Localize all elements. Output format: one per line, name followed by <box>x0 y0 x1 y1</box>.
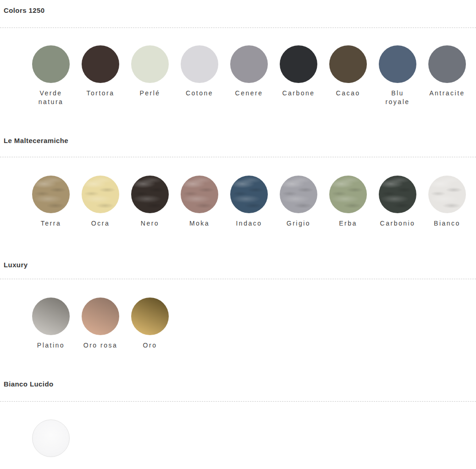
swatch-cell: Nero <box>125 176 175 228</box>
swatch-cell: Cenere <box>224 45 274 106</box>
color-swatch-verde-natura[interactable] <box>32 45 70 83</box>
swatch-cell: Bianco <box>422 176 472 228</box>
swatch-cell: Oro <box>125 298 175 350</box>
color-swatch-cacao[interactable] <box>329 45 367 83</box>
swatch-cell: Verde natura <box>26 45 76 106</box>
swatch-label: Indaco <box>236 219 262 228</box>
color-swatch-cotone[interactable] <box>181 45 218 83</box>
swatch-row: TerraOcraNeroMokaIndacoGrigioErbaCarboni… <box>0 176 476 228</box>
swatch-label: Nero <box>141 219 159 228</box>
color-swatch-perlé[interactable] <box>131 45 169 83</box>
color-swatch-oro-rosa[interactable] <box>82 298 119 335</box>
section-divider <box>0 28 476 28</box>
section-divider <box>0 279 476 279</box>
color-swatch-grigio[interactable] <box>280 176 317 213</box>
swatch-cell: Moka <box>175 176 224 228</box>
swatch-row: PlatinoOro rosaOro <box>0 298 476 350</box>
color-swatch-tortora[interactable] <box>82 45 119 83</box>
swatch-cell: Blu royale <box>373 45 422 106</box>
color-swatch-erba[interactable] <box>329 176 367 213</box>
swatch-row: Verde naturaTortoraPerléCotoneCenereCarb… <box>0 45 476 106</box>
swatch-cell: Oro rosa <box>76 298 125 350</box>
swatch-cell: Perlé <box>125 45 175 106</box>
swatch-cell: Cotone <box>175 45 224 106</box>
section-divider <box>0 401 476 402</box>
color-swatch-blu-royale[interactable] <box>379 45 416 83</box>
color-palette-page: Colors 1250 Verde naturaTortoraPerléCoto… <box>0 6 476 457</box>
swatch-cell: Grigio <box>274 176 323 228</box>
color-swatch-nero[interactable] <box>131 176 169 213</box>
swatch-cell: Platino <box>26 298 76 350</box>
swatch-cell: Antracite <box>422 45 472 106</box>
swatch-cell: Erba <box>323 176 373 228</box>
swatch-cell: Ocra <box>76 176 125 228</box>
section-title: Colors 1250 <box>4 6 476 15</box>
swatch-cell <box>26 419 76 457</box>
color-swatch-cenere[interactable] <box>230 45 268 83</box>
swatch-cell: Carbone <box>274 45 323 106</box>
swatch-label: Terra <box>41 219 61 228</box>
swatch-label: Cacao <box>336 89 360 98</box>
section-title: Luxury <box>4 261 476 269</box>
swatch-cell: Tortora <box>76 45 125 106</box>
swatch-label: Blu royale <box>385 89 410 106</box>
color-swatch-oro[interactable] <box>131 298 169 335</box>
color-swatch-bianco-lucido[interactable] <box>32 419 70 457</box>
swatch-label: Tortora <box>86 89 114 98</box>
swatch-label: Platino <box>37 341 65 350</box>
color-swatch-ocra[interactable] <box>82 176 119 213</box>
color-swatch-platino[interactable] <box>32 298 70 335</box>
swatch-label: Moka <box>189 219 210 228</box>
swatch-cell: Terra <box>26 176 76 228</box>
swatch-label: Cotone <box>186 89 213 98</box>
color-swatch-carbone[interactable] <box>280 45 317 83</box>
color-swatch-bianco[interactable] <box>428 176 466 213</box>
swatch-cell: Carbonio <box>373 176 422 228</box>
section-colors-1250: Colors 1250 Verde naturaTortoraPerléCoto… <box>0 6 476 106</box>
swatch-label: Oro rosa <box>83 341 117 350</box>
section-divider <box>0 157 476 157</box>
swatch-label: Carbonio <box>380 219 415 228</box>
color-swatch-antracite[interactable] <box>428 45 466 83</box>
color-swatch-carbonio[interactable] <box>379 176 416 213</box>
swatch-label: Erba <box>339 219 357 228</box>
section-bianco-lucido: Bianco Lucido <box>0 380 476 457</box>
swatch-label: Grigio <box>287 219 310 228</box>
section-title: Bianco Lucido <box>4 380 476 388</box>
swatch-label: Ocra <box>91 219 110 228</box>
section-luxury: Luxury PlatinoOro rosaOro <box>0 261 476 350</box>
swatch-cell: Cacao <box>323 45 373 106</box>
swatch-label: Cenere <box>235 89 263 98</box>
swatch-label: Oro <box>143 341 157 350</box>
section-title: Le Malteceramiche <box>4 137 476 145</box>
swatch-cell: Indaco <box>224 176 274 228</box>
color-swatch-terra[interactable] <box>32 176 70 213</box>
swatch-label: Bianco <box>434 219 460 228</box>
swatch-label: Verde natura <box>39 89 64 106</box>
swatch-label: Perlé <box>139 89 160 98</box>
color-swatch-moka[interactable] <box>181 176 218 213</box>
swatch-row <box>0 419 476 457</box>
swatch-label: Carbone <box>282 89 315 98</box>
section-le-malteceramiche: Le Malteceramiche TerraOcraNeroMokaIndac… <box>0 137 476 228</box>
swatch-label: Antracite <box>429 89 465 98</box>
color-swatch-indaco[interactable] <box>230 176 268 213</box>
